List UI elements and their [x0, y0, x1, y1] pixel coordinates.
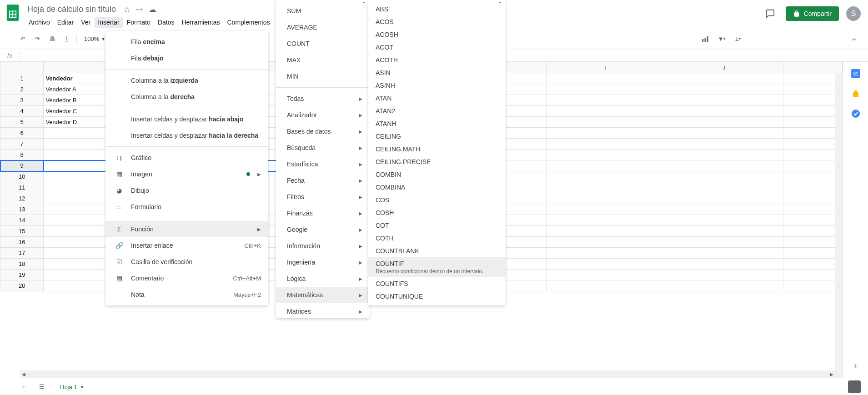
math-function-item[interactable]: ATANH [368, 117, 506, 130]
function-category-item[interactable]: Todas▶ [276, 90, 370, 107]
math-function-item[interactable]: COMBIN [368, 168, 506, 181]
row-header[interactable]: 6 [0, 128, 44, 139]
doc-title[interactable]: Hoja de cálculo sin título [25, 4, 118, 15]
keep-icon[interactable] [851, 89, 860, 98]
function-item[interactable]: AVERAGE [276, 19, 370, 35]
functions-button[interactable]: Σ ▾ [732, 33, 744, 45]
collapse-toolbar-icon[interactable]: ᨈ [848, 33, 861, 45]
math-function-item[interactable]: COUNTIFS [368, 277, 506, 290]
insert-menu-item[interactable]: Insertar celdas y desplazar hacia abajo [105, 111, 268, 127]
insert-menu-item[interactable]: Fila debajo [105, 50, 268, 66]
function-category-item[interactable]: Información▶ [276, 238, 370, 254]
menubar-item-editar[interactable]: Editar [54, 17, 77, 28]
math-function-item[interactable]: CEILING [368, 130, 506, 143]
menubar-item-datos[interactable]: Datos [155, 17, 178, 28]
row-header[interactable]: 2 [0, 84, 44, 95]
row-header[interactable]: 1 [0, 73, 44, 84]
function-category-item[interactable]: Búsqueda▶ [276, 140, 370, 156]
function-item[interactable]: COUNT [276, 35, 370, 52]
insert-menu-item[interactable]: ▦Imagen▶ [105, 166, 268, 182]
insert-menu-item[interactable]: ▤ComentarioCtrl+Alt+M [105, 270, 268, 286]
function-category-item[interactable]: Matemáticas▶ [276, 287, 370, 303]
move-icon[interactable]: ⤑ [136, 5, 143, 15]
insert-menu-item[interactable]: Columna a la derecha [105, 89, 268, 105]
menubar-item-complementos[interactable]: Complementos [224, 17, 273, 28]
vertical-scrollbar[interactable] [835, 73, 843, 378]
math-function-item[interactable]: COUNTBLANK [368, 245, 506, 257]
function-category-item[interactable]: Bases de datos▶ [276, 123, 370, 140]
row-header[interactable]: 18 [0, 259, 44, 270]
row-header[interactable]: 14 [0, 215, 44, 226]
insert-menu-item[interactable]: ≣Formulario [105, 199, 268, 215]
all-sheets-button[interactable]: ☰ [35, 380, 49, 394]
add-sheet-button[interactable]: ＋ [16, 380, 31, 394]
tasks-icon[interactable] [851, 109, 860, 118]
row-header[interactable]: 3 [0, 95, 44, 106]
math-function-item[interactable]: COUNTIFRecuento condicional dentro de un… [368, 257, 506, 277]
row-header[interactable]: 5 [0, 117, 44, 128]
function-category-item[interactable]: Matrices▶ [276, 303, 370, 318]
insert-menu-item[interactable]: 🔗Insertar enlaceCtrl+K [105, 237, 268, 254]
insert-menu-item[interactable]: NotaMayús+F2 [105, 286, 268, 303]
filter-button[interactable]: ▼▾ [715, 33, 728, 45]
function-category-item[interactable]: Lógica▶ [276, 270, 370, 287]
function-category-item[interactable]: Fecha▶ [276, 172, 370, 189]
row-header[interactable]: 10 [0, 171, 44, 182]
menubar-item-insertar[interactable]: Insertar [95, 17, 122, 28]
row-header[interactable]: 16 [0, 237, 44, 248]
row-header[interactable]: 8 [0, 150, 44, 160]
menubar-item-archivo[interactable]: Archivo [25, 17, 53, 28]
comment-history-button[interactable] [762, 5, 778, 22]
row-header[interactable]: 12 [0, 193, 44, 204]
math-function-item[interactable]: ACOSH [368, 28, 506, 41]
undo-button[interactable]: ↶ [16, 33, 29, 45]
math-function-item[interactable]: COTH [368, 232, 506, 245]
function-category-item[interactable]: Finanzas▶ [276, 205, 370, 221]
insert-menu-item[interactable]: ΣFunción▶ [105, 221, 268, 237]
math-function-item[interactable]: COS [368, 194, 506, 206]
function-category-item[interactable]: Filtros▶ [276, 189, 370, 205]
insert-menu-item[interactable]: ⫾⫿Gráfico [105, 150, 268, 166]
math-function-item[interactable]: ATAN [368, 92, 506, 105]
row-header[interactable]: 9 [0, 160, 44, 171]
math-function-item[interactable]: CEILING.MATH [368, 143, 506, 155]
calendar-icon[interactable]: 31 [851, 69, 860, 78]
insert-menu-item[interactable]: Fila encima [105, 34, 268, 50]
row-header[interactable]: 15 [0, 226, 44, 237]
function-category-item[interactable]: Ingeniería▶ [276, 254, 370, 270]
menubar-item-herramientas[interactable]: Herramientas [178, 17, 223, 28]
math-function-item[interactable]: COMBINA [368, 181, 506, 194]
math-function-item[interactable]: COSH [368, 206, 506, 219]
explore-button[interactable] [848, 380, 861, 393]
paint-format-button[interactable]: ⟆ [60, 33, 73, 45]
math-function-item[interactable]: ASIN [368, 66, 506, 79]
math-function-item[interactable]: COT [368, 219, 506, 232]
insert-menu-item[interactable]: Columna a la izquierda [105, 72, 268, 89]
cloud-icon[interactable]: ☁ [148, 5, 156, 15]
math-function-item[interactable]: ASINH [368, 79, 506, 92]
account-avatar[interactable]: S [846, 6, 861, 21]
function-category-item[interactable]: Estadística▶ [276, 156, 370, 172]
redo-button[interactable]: ↷ [31, 33, 44, 45]
insert-chart-icon[interactable] [699, 33, 712, 45]
row-header[interactable]: 19 [0, 270, 44, 280]
function-category-item[interactable]: Analizador▶ [276, 107, 370, 123]
side-panel-collapse-icon[interactable]: › [854, 361, 857, 370]
function-category-item[interactable]: Google▶ [276, 221, 370, 238]
print-button[interactable]: 🖶 [45, 33, 58, 45]
row-header[interactable]: 17 [0, 248, 44, 259]
insert-menu-item[interactable]: ◕Dibujo [105, 182, 268, 199]
math-function-item[interactable]: COUNTUNIQUE [368, 290, 506, 303]
scroll-up-icon[interactable]: ⌃ [361, 1, 369, 7]
zoom-select[interactable]: 100% ▼ [80, 34, 109, 44]
math-function-item[interactable]: ACOS [368, 15, 506, 28]
row-header[interactable]: 20 [0, 280, 44, 291]
row-header[interactable]: 13 [0, 204, 44, 215]
row-header[interactable]: 7 [0, 139, 44, 150]
function-item[interactable]: MIN [276, 68, 370, 85]
menubar-item-ver[interactable]: Ver [78, 17, 94, 28]
sheets-logo[interactable] [4, 4, 22, 22]
scroll-up-icon[interactable]: ⌃ [497, 1, 505, 7]
function-item[interactable]: SUM [276, 3, 370, 19]
row-header[interactable]: 11 [0, 182, 44, 193]
